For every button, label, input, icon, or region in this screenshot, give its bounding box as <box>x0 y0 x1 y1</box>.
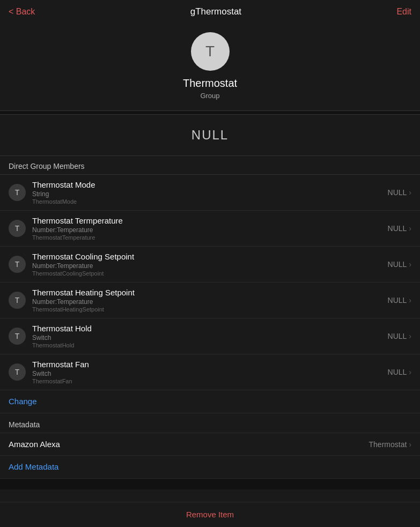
bottom-spacer <box>0 479 420 489</box>
item-tag: ThermostatHold <box>32 342 388 348</box>
remove-button[interactable]: Remove Item <box>186 510 234 519</box>
item-value: NULL <box>388 188 407 197</box>
list-item[interactable]: T Thermostat Fan Switch ThermostatFan NU… <box>0 354 420 390</box>
item-content: Thermostat Fan Switch ThermostatFan <box>32 360 388 384</box>
item-content: Thermostat Heating Setpoint Number:Tempe… <box>32 288 388 313</box>
item-tag: ThermostatCoolingSetpoint <box>32 270 388 277</box>
change-button[interactable]: Change <box>9 397 37 406</box>
item-content: Thermostat Hold Switch ThermostatHold <box>32 324 388 348</box>
metadata-label: Amazon Alexa <box>9 440 60 449</box>
item-right: NULL › <box>388 296 411 305</box>
metadata-header: Metadata <box>0 413 420 433</box>
item-value: NULL <box>388 296 407 305</box>
item-icon-letter: T <box>15 296 20 305</box>
avatar-letter: T <box>205 43 215 60</box>
item-tag: ThermostatMode <box>32 198 388 205</box>
item-name: Thermostat Cooling Setpoint <box>32 252 388 261</box>
item-name: Thermostat Hold <box>32 324 388 333</box>
item-content: Thermostat Cooling Setpoint Number:Tempe… <box>32 252 388 277</box>
item-tag: ThermostatTemperature <box>32 234 388 241</box>
item-value: NULL <box>388 368 407 376</box>
item-right: NULL › <box>388 368 411 376</box>
chevron-right-icon: › <box>409 440 411 449</box>
back-button[interactable]: < Back <box>9 7 35 17</box>
metadata-value: Thermostat › <box>369 440 411 449</box>
chevron-right-icon: › <box>409 188 411 197</box>
item-content: Thermostat Termperature Number:Temperatu… <box>32 216 388 241</box>
avatar-section: T Thermostat Group <box>0 24 420 110</box>
metadata-item[interactable]: Amazon Alexa Thermostat › <box>0 433 420 456</box>
chevron-right-icon: › <box>409 368 411 376</box>
item-value: NULL <box>388 224 407 233</box>
chevron-right-icon: › <box>409 224 411 233</box>
null-value: NULL <box>9 128 411 143</box>
group-members-list: T Thermostat Mode String ThermostatMode … <box>0 175 420 390</box>
item-icon: T <box>9 220 26 237</box>
list-item[interactable]: T Thermostat Hold Switch ThermostatHold … <box>0 318 420 354</box>
item-value: NULL <box>388 260 407 269</box>
avatar: T <box>191 32 230 71</box>
chevron-right-icon: › <box>409 296 411 305</box>
avatar-subtitle: Group <box>200 92 219 100</box>
item-name: Thermostat Termperature <box>32 216 388 225</box>
item-right: NULL › <box>388 332 411 340</box>
null-section: NULL <box>0 115 420 156</box>
change-section: Change <box>0 390 420 413</box>
item-icon-letter: T <box>15 368 20 376</box>
item-icon-letter: T <box>15 332 20 340</box>
item-type: Number:Temperature <box>32 262 388 270</box>
item-icon: T <box>9 363 26 381</box>
item-name: Thermostat Heating Setpoint <box>32 288 388 297</box>
edit-button[interactable]: Edit <box>396 7 411 17</box>
item-right: NULL › <box>388 224 411 233</box>
metadata-value-text: Thermostat <box>369 440 407 449</box>
section-header-text: Direct Group Members <box>9 162 85 170</box>
avatar-name: Thermostat <box>183 77 237 90</box>
item-name: Thermostat Fan <box>32 360 388 369</box>
item-icon: T <box>9 292 26 309</box>
item-icon: T <box>9 256 26 273</box>
chevron-right-icon: › <box>409 260 411 269</box>
list-item[interactable]: T Thermostat Heating Setpoint Number:Tem… <box>0 283 420 318</box>
metadata-header-text: Metadata <box>9 420 40 429</box>
item-type: Switch <box>32 370 388 377</box>
item-type: Number:Temperature <box>32 298 388 306</box>
item-type: Switch <box>32 334 388 342</box>
section-divider <box>0 110 420 115</box>
metadata-list: Amazon Alexa Thermostat › <box>0 433 420 456</box>
header: < Back gThermostat Edit <box>0 0 420 24</box>
item-right: NULL › <box>388 260 411 269</box>
item-tag: ThermostatHeatingSetpoint <box>32 306 388 313</box>
direct-group-members-header: Direct Group Members <box>0 156 420 175</box>
add-metadata-button[interactable]: Add Metadata <box>9 462 58 471</box>
item-tag: ThermostatFan <box>32 378 388 384</box>
item-right: NULL › <box>388 188 411 197</box>
list-item[interactable]: T Thermostat Cooling Setpoint Number:Tem… <box>0 247 420 283</box>
remove-section: Remove Item <box>0 502 420 527</box>
item-icon: T <box>9 328 26 345</box>
add-metadata-section: Add Metadata <box>0 456 420 479</box>
item-name: Thermostat Mode <box>32 180 388 189</box>
item-value: NULL <box>388 332 407 340</box>
header-title: gThermostat <box>190 6 241 17</box>
list-item[interactable]: T Thermostat Termperature Number:Tempera… <box>0 211 420 247</box>
item-content: Thermostat Mode String ThermostatMode <box>32 180 388 205</box>
item-icon-letter: T <box>15 224 20 233</box>
item-type: String <box>32 190 388 198</box>
item-icon-letter: T <box>15 188 20 197</box>
chevron-right-icon: › <box>409 332 411 340</box>
item-type: Number:Temperature <box>32 226 388 234</box>
item-icon: T <box>9 184 26 201</box>
item-icon-letter: T <box>15 260 20 269</box>
list-item[interactable]: T Thermostat Mode String ThermostatMode … <box>0 175 420 211</box>
